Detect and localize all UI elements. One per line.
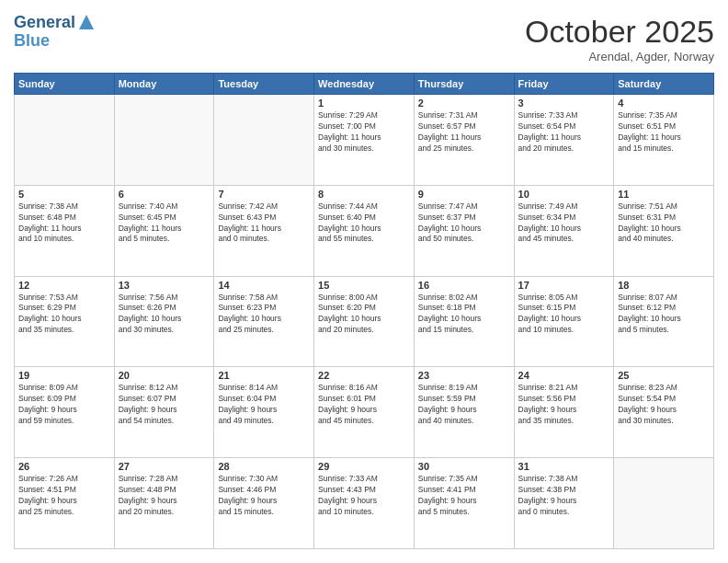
day-info: Sunrise: 7:51 AM Sunset: 6:31 PM Dayligh… xyxy=(618,201,710,246)
day-number: 7 xyxy=(218,189,310,200)
logo-icon xyxy=(77,13,96,31)
week-row-4: 26Sunrise: 7:26 AM Sunset: 4:51 PM Dayli… xyxy=(15,458,714,549)
day-number: 25 xyxy=(618,370,710,381)
calendar-table: SundayMondayTuesdayWednesdayThursdayFrid… xyxy=(14,73,714,549)
calendar-cell: 7Sunrise: 7:42 AM Sunset: 6:43 PM Daylig… xyxy=(214,185,314,276)
page: General Blue October 2025 Arendal, Agder… xyxy=(0,0,728,563)
week-row-1: 5Sunrise: 7:38 AM Sunset: 6:48 PM Daylig… xyxy=(15,185,714,276)
day-number: 4 xyxy=(618,98,710,109)
calendar-cell: 3Sunrise: 7:33 AM Sunset: 6:54 PM Daylig… xyxy=(514,95,614,186)
calendar-cell xyxy=(114,95,214,186)
calendar-cell: 20Sunrise: 8:12 AM Sunset: 6:07 PM Dayli… xyxy=(114,367,214,458)
day-info: Sunrise: 7:35 AM Sunset: 4:41 PM Dayligh… xyxy=(418,474,510,518)
calendar-cell xyxy=(214,95,314,186)
day-number: 19 xyxy=(18,370,110,381)
calendar-cell: 8Sunrise: 7:44 AM Sunset: 6:40 PM Daylig… xyxy=(314,185,415,276)
calendar-cell: 18Sunrise: 8:07 AM Sunset: 6:12 PM Dayli… xyxy=(614,276,714,367)
day-info: Sunrise: 7:35 AM Sunset: 6:51 PM Dayligh… xyxy=(618,110,710,155)
day-info: Sunrise: 7:33 AM Sunset: 6:54 PM Dayligh… xyxy=(518,110,610,155)
svg-marker-0 xyxy=(79,15,94,29)
calendar-cell: 25Sunrise: 8:23 AM Sunset: 5:54 PM Dayli… xyxy=(614,367,714,458)
location-subtitle: Arendal, Agder, Norway xyxy=(525,50,714,63)
day-number: 27 xyxy=(119,461,210,472)
day-number: 10 xyxy=(518,189,610,200)
calendar-cell: 11Sunrise: 7:51 AM Sunset: 6:31 PM Dayli… xyxy=(614,185,714,276)
week-row-2: 12Sunrise: 7:53 AM Sunset: 6:29 PM Dayli… xyxy=(15,276,714,367)
day-info: Sunrise: 7:56 AM Sunset: 6:26 PM Dayligh… xyxy=(119,293,210,337)
calendar-cell: 16Sunrise: 8:02 AM Sunset: 6:18 PM Dayli… xyxy=(414,276,514,367)
calendar-cell: 10Sunrise: 7:49 AM Sunset: 6:34 PM Dayli… xyxy=(514,185,614,276)
day-info: Sunrise: 7:31 AM Sunset: 6:57 PM Dayligh… xyxy=(418,110,510,155)
day-info: Sunrise: 8:09 AM Sunset: 6:09 PM Dayligh… xyxy=(18,383,110,427)
calendar-cell: 28Sunrise: 7:30 AM Sunset: 4:46 PM Dayli… xyxy=(214,458,314,549)
day-info: Sunrise: 8:21 AM Sunset: 5:56 PM Dayligh… xyxy=(518,383,610,427)
weekday-header-thursday: Thursday xyxy=(414,74,514,95)
calendar-cell xyxy=(614,458,714,549)
calendar-cell: 26Sunrise: 7:26 AM Sunset: 4:51 PM Dayli… xyxy=(15,458,115,549)
weekday-header-saturday: Saturday xyxy=(614,74,714,95)
day-number: 14 xyxy=(218,280,310,291)
day-info: Sunrise: 8:05 AM Sunset: 6:15 PM Dayligh… xyxy=(518,293,610,337)
day-info: Sunrise: 7:26 AM Sunset: 4:51 PM Dayligh… xyxy=(18,474,110,518)
day-info: Sunrise: 7:33 AM Sunset: 4:43 PM Dayligh… xyxy=(318,474,410,518)
calendar-cell: 22Sunrise: 8:16 AM Sunset: 6:01 PM Dayli… xyxy=(314,367,415,458)
calendar-cell: 15Sunrise: 8:00 AM Sunset: 6:20 PM Dayli… xyxy=(314,276,415,367)
day-number: 11 xyxy=(618,189,710,200)
day-info: Sunrise: 8:14 AM Sunset: 6:04 PM Dayligh… xyxy=(218,383,310,427)
day-number: 1 xyxy=(318,98,410,109)
weekday-header-friday: Friday xyxy=(514,74,614,95)
day-number: 28 xyxy=(218,461,310,472)
day-info: Sunrise: 7:58 AM Sunset: 6:23 PM Dayligh… xyxy=(218,293,310,337)
day-number: 12 xyxy=(18,280,110,291)
month-title: October 2025 xyxy=(525,14,714,50)
calendar-cell: 17Sunrise: 8:05 AM Sunset: 6:15 PM Dayli… xyxy=(514,276,614,367)
day-info: Sunrise: 7:38 AM Sunset: 4:38 PM Dayligh… xyxy=(518,474,610,518)
calendar-cell: 27Sunrise: 7:28 AM Sunset: 4:48 PM Dayli… xyxy=(114,458,214,549)
weekday-header-tuesday: Tuesday xyxy=(214,74,314,95)
day-info: Sunrise: 7:38 AM Sunset: 6:48 PM Dayligh… xyxy=(18,201,110,246)
day-number: 17 xyxy=(518,280,610,291)
day-number: 18 xyxy=(618,280,710,291)
day-number: 22 xyxy=(318,370,410,381)
calendar-cell: 14Sunrise: 7:58 AM Sunset: 6:23 PM Dayli… xyxy=(214,276,314,367)
logo-general: General xyxy=(14,14,75,32)
day-info: Sunrise: 8:16 AM Sunset: 6:01 PM Dayligh… xyxy=(318,383,410,427)
day-info: Sunrise: 8:00 AM Sunset: 6:20 PM Dayligh… xyxy=(318,293,410,337)
calendar-cell: 6Sunrise: 7:40 AM Sunset: 6:45 PM Daylig… xyxy=(114,185,214,276)
weekday-header-wednesday: Wednesday xyxy=(314,74,415,95)
calendar-cell xyxy=(15,95,115,186)
calendar-cell: 4Sunrise: 7:35 AM Sunset: 6:51 PM Daylig… xyxy=(614,95,714,186)
day-number: 13 xyxy=(119,280,210,291)
calendar-cell: 31Sunrise: 7:38 AM Sunset: 4:38 PM Dayli… xyxy=(514,458,614,549)
week-row-0: 1Sunrise: 7:29 AM Sunset: 7:00 PM Daylig… xyxy=(15,95,714,186)
day-info: Sunrise: 7:28 AM Sunset: 4:48 PM Dayligh… xyxy=(119,474,210,518)
day-info: Sunrise: 7:30 AM Sunset: 4:46 PM Dayligh… xyxy=(218,474,310,518)
day-info: Sunrise: 7:49 AM Sunset: 6:34 PM Dayligh… xyxy=(518,201,610,246)
weekday-header-sunday: Sunday xyxy=(15,74,115,95)
day-number: 24 xyxy=(518,370,610,381)
day-number: 2 xyxy=(418,98,510,109)
day-number: 20 xyxy=(119,370,210,381)
day-number: 15 xyxy=(318,280,410,291)
day-number: 6 xyxy=(119,189,210,200)
day-info: Sunrise: 8:23 AM Sunset: 5:54 PM Dayligh… xyxy=(618,383,710,427)
calendar-cell: 29Sunrise: 7:33 AM Sunset: 4:43 PM Dayli… xyxy=(314,458,415,549)
week-row-3: 19Sunrise: 8:09 AM Sunset: 6:09 PM Dayli… xyxy=(15,367,714,458)
calendar-cell: 12Sunrise: 7:53 AM Sunset: 6:29 PM Dayli… xyxy=(15,276,115,367)
day-info: Sunrise: 7:42 AM Sunset: 6:43 PM Dayligh… xyxy=(218,201,310,246)
calendar-cell: 21Sunrise: 8:14 AM Sunset: 6:04 PM Dayli… xyxy=(214,367,314,458)
calendar-cell: 30Sunrise: 7:35 AM Sunset: 4:41 PM Dayli… xyxy=(414,458,514,549)
weekday-header-row: SundayMondayTuesdayWednesdayThursdayFrid… xyxy=(15,74,714,95)
calendar-cell: 5Sunrise: 7:38 AM Sunset: 6:48 PM Daylig… xyxy=(15,185,115,276)
title-area: October 2025 Arendal, Agder, Norway xyxy=(525,14,714,63)
day-number: 8 xyxy=(318,189,410,200)
day-info: Sunrise: 8:19 AM Sunset: 5:59 PM Dayligh… xyxy=(418,383,510,427)
day-number: 3 xyxy=(518,98,610,109)
calendar-cell: 2Sunrise: 7:31 AM Sunset: 6:57 PM Daylig… xyxy=(414,95,514,186)
day-info: Sunrise: 7:47 AM Sunset: 6:37 PM Dayligh… xyxy=(418,201,510,246)
day-number: 5 xyxy=(18,189,110,200)
day-number: 31 xyxy=(518,461,610,472)
day-number: 9 xyxy=(418,189,510,200)
day-info: Sunrise: 7:40 AM Sunset: 6:45 PM Dayligh… xyxy=(119,201,210,246)
logo-blue: Blue xyxy=(14,32,96,51)
